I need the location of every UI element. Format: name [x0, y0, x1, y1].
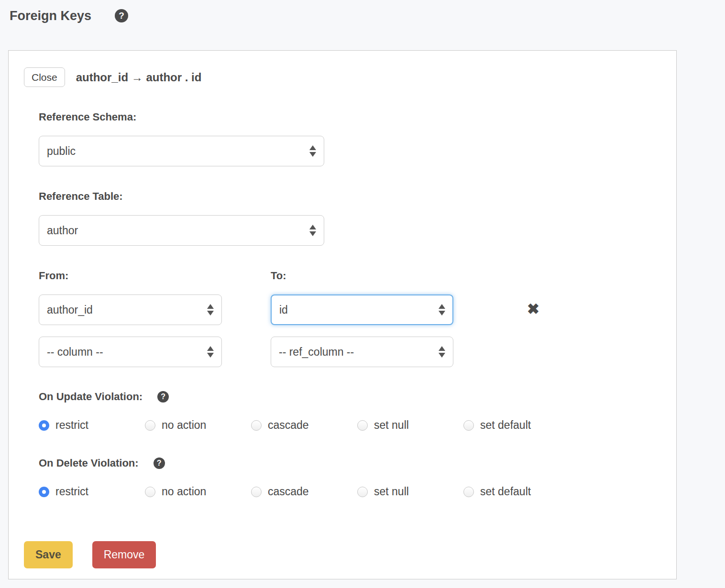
- close-button[interactable]: Close: [24, 67, 65, 87]
- radio-delete-restrict[interactable]: restrict: [39, 485, 145, 498]
- radio-delete-cascade[interactable]: cascade: [251, 485, 357, 498]
- radio-icon[interactable]: [145, 420, 155, 431]
- radio-delete-set-default[interactable]: set default: [463, 485, 531, 498]
- radio-delete-no-action[interactable]: no action: [145, 485, 251, 498]
- action-buttons: Save Remove: [24, 541, 661, 568]
- on-delete-violation-header: On Delete Violation: ?: [39, 457, 661, 470]
- on-update-radio-group: restrict no action cascade set null set …: [39, 419, 661, 432]
- radio-icon[interactable]: [145, 487, 155, 497]
- radio-icon[interactable]: [357, 487, 368, 497]
- on-delete-radio-group: restrict no action cascade set null set …: [39, 485, 661, 498]
- from-column-select[interactable]: author_id: [39, 294, 222, 325]
- save-button[interactable]: Save: [24, 541, 73, 568]
- to-column-select[interactable]: id: [271, 294, 453, 325]
- help-icon[interactable]: ?: [157, 391, 169, 403]
- page-header: Foreign Keys ?: [0, 0, 725, 23]
- help-icon[interactable]: ?: [115, 9, 128, 22]
- radio-selected-icon[interactable]: [39, 420, 49, 431]
- reference-schema-select-wrap: public: [39, 136, 324, 166]
- reference-schema-label: Reference Schema:: [39, 110, 661, 124]
- on-update-violation-header: On Update Violation: ?: [39, 390, 661, 403]
- radio-update-set-default[interactable]: set default: [463, 419, 531, 432]
- remove-column-pair-icon[interactable]: ✖: [527, 302, 661, 316]
- foreign-key-title: author_id → author . id: [76, 71, 202, 84]
- reference-table-select[interactable]: author: [39, 215, 324, 246]
- radio-selected-icon[interactable]: [39, 487, 49, 497]
- radio-icon[interactable]: [463, 487, 474, 497]
- radio-update-no-action[interactable]: no action: [145, 419, 251, 432]
- reference-table-label: Reference Table:: [39, 190, 661, 203]
- radio-icon[interactable]: [357, 420, 368, 431]
- radio-update-set-null[interactable]: set null: [357, 419, 463, 432]
- page-title: Foreign Keys: [10, 9, 91, 23]
- foreign-key-editor-panel: Close author_id → author . id Reference …: [8, 50, 677, 579]
- help-icon[interactable]: ?: [154, 457, 165, 469]
- add-column-select[interactable]: -- column --: [39, 337, 222, 367]
- panel-header: Close author_id → author . id: [24, 67, 661, 87]
- on-delete-violation-label: On Delete Violation:: [39, 457, 139, 470]
- to-column-select-wrap: id: [271, 294, 453, 325]
- radio-delete-set-null[interactable]: set null: [357, 485, 463, 498]
- on-update-violation-label: On Update Violation:: [39, 390, 143, 403]
- radio-icon[interactable]: [463, 420, 474, 431]
- add-column-select-wrap: -- column --: [39, 337, 222, 367]
- reference-schema-select[interactable]: public: [39, 136, 324, 166]
- to-label: To:: [271, 269, 453, 283]
- radio-icon[interactable]: [251, 487, 262, 497]
- radio-icon[interactable]: [251, 420, 262, 431]
- from-to-grid: From: To: author_id id ✖ -- column --: [39, 269, 661, 367]
- foreign-key-form: Reference Schema: public Reference Table…: [39, 110, 661, 498]
- reference-table-select-wrap: author: [39, 215, 324, 246]
- radio-update-restrict[interactable]: restrict: [39, 419, 145, 432]
- add-ref-column-select-wrap: -- ref_column --: [271, 337, 453, 367]
- from-column-select-wrap: author_id: [39, 294, 222, 325]
- radio-update-cascade[interactable]: cascade: [251, 419, 357, 432]
- from-label: From:: [39, 269, 222, 283]
- add-ref-column-select[interactable]: -- ref_column --: [271, 337, 453, 367]
- remove-button[interactable]: Remove: [92, 541, 156, 568]
